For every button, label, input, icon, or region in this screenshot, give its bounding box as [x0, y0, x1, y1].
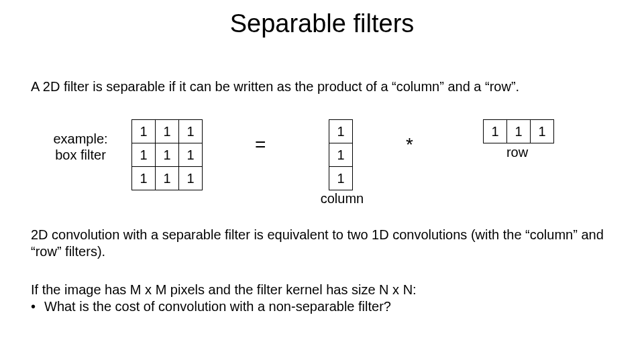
example-label: example: box filter — [47, 131, 114, 163]
bullet-icon: • — [31, 298, 44, 315]
box-cell: 1 — [132, 143, 156, 167]
box-cell: 1 — [179, 143, 203, 167]
box-cell: 1 — [132, 120, 156, 143]
box-filter-grid: 1 1 1 1 1 1 1 1 1 — [131, 119, 203, 190]
slide: Separable filters A 2D filter is separab… — [0, 0, 644, 362]
intro-text: A 2D filter is separable if it can be wr… — [31, 79, 614, 95]
example-label-line2: box filter — [55, 147, 106, 162]
box-cell: 1 — [156, 143, 179, 167]
box-cell: 1 — [179, 167, 203, 190]
asterisk-sign: * — [406, 134, 413, 156]
box-cell: 1 — [156, 167, 179, 190]
row-cell: 1 — [507, 120, 531, 143]
box-cell: 1 — [179, 120, 203, 143]
para3-line1: If the image has M x M pixels and the fi… — [31, 282, 614, 298]
slide-title: Separable filters — [0, 9, 644, 38]
example-label-line1: example: — [53, 131, 107, 146]
para3-bullet-text: What is the cost of convolution with a n… — [44, 299, 391, 314]
column-cell: 1 — [329, 143, 353, 167]
column-cell: 1 — [329, 120, 353, 143]
row-cell: 1 — [531, 120, 554, 143]
box-cell: 1 — [156, 120, 179, 143]
paragraph-2: 2D convolution with a separable filter i… — [31, 227, 614, 260]
row-label: row — [483, 145, 551, 160]
column-label: column — [315, 191, 369, 206]
box-cell: 1 — [132, 167, 156, 190]
equals-sign: = — [255, 134, 266, 156]
column-vector-grid: 1 1 1 — [329, 119, 353, 190]
para3-bullet-line: •What is the cost of convolution with a … — [31, 298, 614, 315]
column-cell: 1 — [329, 167, 353, 190]
paragraph-3: If the image has M x M pixels and the fi… — [31, 282, 614, 315]
row-cell: 1 — [484, 120, 507, 143]
row-vector-grid: 1 1 1 — [483, 119, 554, 143]
